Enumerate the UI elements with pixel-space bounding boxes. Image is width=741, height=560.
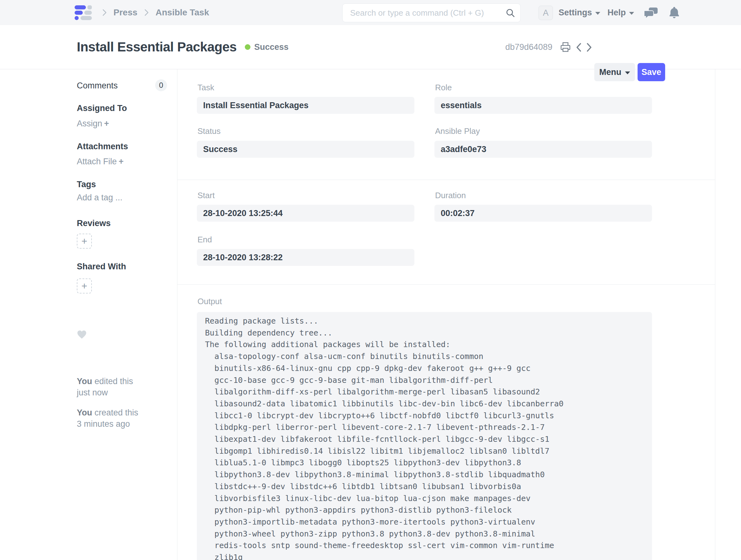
sidebar-heading-tags: Tags (77, 180, 96, 189)
task-field[interactable]: Install Essential Packages (197, 97, 414, 114)
assign-button[interactable]: Assign+ (77, 119, 109, 129)
page-title: Install Essential Packages (77, 40, 237, 55)
sidebar-item-comments[interactable]: Comments (77, 81, 118, 90)
share-button[interactable]: + (77, 278, 92, 294)
prev-document-icon[interactable] (576, 43, 583, 53)
start-field[interactable]: 28-10-2020 13:25:44 (197, 205, 414, 222)
sidebar-divider (177, 69, 178, 560)
status-field[interactable]: Success (197, 141, 414, 158)
modified-action: edited this (95, 377, 133, 386)
navbar: Press Ansible Task A Settings Help (0, 0, 741, 25)
plus-icon: + (119, 157, 124, 166)
status-label: Status (197, 126, 221, 136)
avatar[interactable]: A (539, 6, 553, 20)
chevron-down-icon (595, 12, 600, 15)
task-label: Task (197, 83, 214, 92)
attach-file-button[interactable]: Attach File+ (77, 157, 124, 167)
section-divider (178, 285, 715, 285)
page-header: Install Essential Packages Success db79d… (0, 25, 741, 69)
document-id: db79d64089 (505, 25, 552, 69)
output-text: Reading package lists... Building depend… (205, 315, 644, 560)
modified-when: just now (77, 388, 108, 397)
search-icon[interactable] (505, 8, 515, 19)
duration-field[interactable]: 00:02:37 (434, 205, 652, 222)
modified-user: You (77, 377, 92, 386)
search-input[interactable] (349, 4, 504, 22)
sidebar-heading-attachments: Attachments (77, 142, 128, 151)
attach-file-label: Attach File (77, 157, 117, 166)
settings-label: Settings (558, 8, 592, 17)
menu-button[interactable]: Menu (594, 63, 635, 81)
plus-icon: + (104, 119, 109, 128)
created-action: created this (95, 408, 139, 417)
settings-menu[interactable]: Settings (558, 0, 600, 25)
ansible-play-field[interactable]: a3adfe0e73 (434, 141, 652, 158)
print-icon[interactable] (560, 42, 571, 54)
add-tag-input[interactable]: Add a tag ... (77, 193, 123, 202)
role-field[interactable]: essentials (434, 97, 652, 114)
end-field[interactable]: 28-10-2020 13:28:22 (197, 249, 414, 266)
section-divider (178, 180, 715, 180)
help-label: Help (607, 8, 626, 17)
chevron-right-icon (101, 8, 108, 17)
bell-icon[interactable] (669, 6, 680, 20)
menu-button-label: Menu (599, 67, 621, 77)
created-by-text: You created this 3 minutes ago (77, 407, 138, 430)
status-badge: Success (254, 42, 289, 52)
global-search (342, 3, 521, 22)
status-dot-icon (245, 44, 251, 50)
breadcrumb-ansible-task[interactable]: Ansible Task (155, 7, 209, 17)
created-user: You (77, 408, 92, 417)
end-label: End (197, 235, 212, 245)
chevron-right-icon (143, 8, 150, 17)
chat-icon[interactable] (645, 7, 658, 20)
breadcrumb: Press Ansible Task (101, 0, 209, 25)
form-right-border (715, 69, 715, 560)
duration-label: Duration (435, 191, 466, 200)
avatar-initial: A (543, 8, 548, 18)
sidebar-heading-assigned-to: Assigned To (77, 104, 127, 113)
chevron-down-icon (625, 71, 630, 74)
add-review-button[interactable]: + (77, 234, 92, 249)
next-document-icon[interactable] (586, 43, 592, 53)
comments-count-badge: 0 (155, 79, 167, 91)
help-menu[interactable]: Help (607, 0, 634, 25)
breadcrumb-press[interactable]: Press (114, 7, 137, 17)
created-when: 3 minutes ago (77, 419, 130, 429)
output-console: Reading package lists... Building depend… (197, 312, 652, 560)
plus-icon: + (81, 236, 87, 247)
sidebar-heading-shared-with: Shared With (77, 262, 126, 271)
sidebar-heading-reviews: Reviews (77, 219, 111, 228)
modified-by-text: You edited this just now (77, 376, 133, 398)
start-label: Start (197, 191, 215, 200)
save-button[interactable]: Save (637, 63, 665, 81)
save-button-label: Save (641, 67, 661, 77)
like-heart-icon[interactable] (77, 330, 87, 340)
app-logo-icon[interactable] (75, 5, 92, 20)
chevron-down-icon (629, 12, 634, 15)
role-label: Role (435, 83, 452, 92)
ansible-play-label: Ansible Play (435, 126, 480, 136)
assign-label: Assign (77, 119, 102, 128)
output-label: Output (197, 297, 222, 306)
plus-icon: + (81, 280, 87, 292)
